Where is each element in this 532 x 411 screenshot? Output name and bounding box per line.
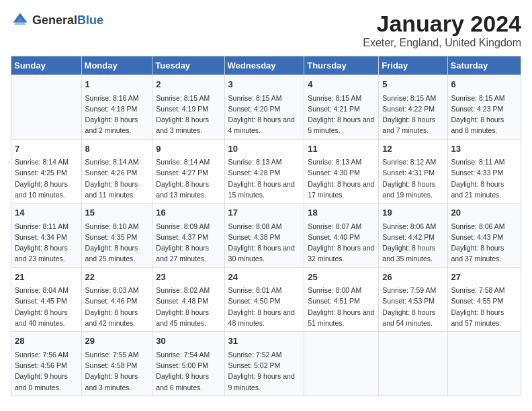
calendar-cell (447, 332, 521, 396)
col-header-thursday: Thursday (304, 56, 379, 75)
calendar-cell: 9Sunrise: 8:14 AMSunset: 4:27 PMDaylight… (152, 139, 224, 203)
day-number: 5 (382, 78, 443, 91)
col-header-tuesday: Tuesday (152, 56, 224, 75)
calendar-cell: 17Sunrise: 8:08 AMSunset: 4:38 PMDayligh… (224, 203, 304, 268)
col-header-saturday: Saturday (447, 56, 521, 75)
day-number: 3 (228, 78, 301, 91)
day-info: Sunrise: 8:06 AMSunset: 4:42 PMDaylight:… (382, 221, 443, 265)
day-number: 19 (382, 206, 443, 220)
week-row-2: 7Sunrise: 8:14 AMSunset: 4:25 PMDaylight… (11, 139, 521, 203)
calendar-cell: 26Sunrise: 7:59 AMSunset: 4:53 PMDayligh… (379, 267, 447, 332)
day-info: Sunrise: 7:55 AMSunset: 4:58 PMDaylight:… (85, 349, 149, 393)
day-number: 1 (85, 78, 149, 91)
week-row-5: 28Sunrise: 7:56 AMSunset: 4:56 PMDayligh… (11, 332, 521, 396)
logo: GeneralBlue (11, 11, 103, 30)
day-info: Sunrise: 7:54 AMSunset: 5:00 PMDaylight:… (156, 349, 220, 393)
header: GeneralBlue January 2024 Exeter, England… (11, 11, 521, 49)
month-title: January 2024 (363, 11, 521, 37)
day-info: Sunrise: 8:15 AMSunset: 4:21 PMDaylight:… (308, 93, 375, 136)
calendar-cell: 23Sunrise: 8:02 AMSunset: 4:48 PMDayligh… (152, 267, 224, 332)
day-info: Sunrise: 8:07 AMSunset: 4:40 PMDaylight:… (308, 221, 375, 265)
calendar-table: SundayMondayTuesdayWednesdayThursdayFrid… (11, 56, 521, 396)
day-number: 22 (85, 271, 149, 284)
day-number: 18 (308, 206, 375, 220)
day-number: 31 (228, 334, 301, 348)
day-info: Sunrise: 7:56 AMSunset: 4:56 PMDaylight:… (15, 349, 78, 393)
calendar-cell: 21Sunrise: 8:04 AMSunset: 4:45 PMDayligh… (11, 267, 82, 332)
day-number: 25 (308, 271, 375, 284)
day-number: 12 (382, 142, 443, 156)
day-info: Sunrise: 8:15 AMSunset: 4:22 PMDaylight:… (382, 93, 443, 136)
day-number: 4 (308, 78, 375, 91)
day-number: 9 (156, 142, 220, 156)
day-info: Sunrise: 7:59 AMSunset: 4:53 PMDaylight:… (382, 285, 443, 328)
week-row-4: 21Sunrise: 8:04 AMSunset: 4:45 PMDayligh… (11, 267, 521, 332)
day-number: 30 (156, 334, 220, 348)
calendar-cell: 30Sunrise: 7:54 AMSunset: 5:00 PMDayligh… (152, 332, 224, 396)
calendar-cell: 3Sunrise: 8:15 AMSunset: 4:20 PMDaylight… (224, 75, 304, 140)
day-info: Sunrise: 8:08 AMSunset: 4:38 PMDaylight:… (228, 221, 301, 265)
calendar-cell: 4Sunrise: 8:15 AMSunset: 4:21 PMDaylight… (304, 75, 379, 140)
day-info: Sunrise: 7:58 AMSunset: 4:55 PMDaylight:… (451, 285, 517, 328)
day-number: 21 (15, 271, 78, 284)
calendar-cell: 11Sunrise: 8:13 AMSunset: 4:30 PMDayligh… (304, 139, 379, 203)
day-info: Sunrise: 8:06 AMSunset: 4:43 PMDaylight:… (451, 221, 517, 265)
day-info: Sunrise: 8:12 AMSunset: 4:31 PMDaylight:… (382, 156, 443, 200)
col-header-wednesday: Wednesday (224, 56, 304, 75)
calendar-cell: 10Sunrise: 8:13 AMSunset: 4:28 PMDayligh… (224, 139, 304, 203)
day-number: 7 (15, 142, 78, 156)
day-number: 28 (15, 334, 78, 348)
calendar-cell: 28Sunrise: 7:56 AMSunset: 4:56 PMDayligh… (11, 332, 82, 396)
calendar-cell: 24Sunrise: 8:01 AMSunset: 4:50 PMDayligh… (224, 267, 304, 332)
day-number: 20 (451, 206, 517, 220)
day-number: 10 (228, 142, 301, 156)
calendar-cell: 1Sunrise: 8:16 AMSunset: 4:18 PMDaylight… (81, 75, 152, 140)
day-info: Sunrise: 8:15 AMSunset: 4:23 PMDaylight:… (451, 93, 517, 136)
day-number: 29 (85, 334, 149, 348)
calendar-cell: 18Sunrise: 8:07 AMSunset: 4:40 PMDayligh… (304, 203, 379, 268)
day-number: 23 (156, 271, 220, 284)
day-number: 6 (451, 78, 517, 91)
day-number: 11 (308, 142, 375, 156)
calendar-cell: 25Sunrise: 8:00 AMSunset: 4:51 PMDayligh… (304, 267, 379, 332)
calendar-cell: 29Sunrise: 7:55 AMSunset: 4:58 PMDayligh… (81, 332, 152, 396)
calendar-cell: 15Sunrise: 8:10 AMSunset: 4:35 PMDayligh… (81, 203, 152, 268)
day-info: Sunrise: 8:15 AMSunset: 4:20 PMDaylight:… (228, 93, 301, 136)
calendar-cell: 31Sunrise: 7:52 AMSunset: 5:02 PMDayligh… (224, 332, 304, 396)
day-info: Sunrise: 8:13 AMSunset: 4:30 PMDaylight:… (308, 156, 375, 200)
day-info: Sunrise: 8:04 AMSunset: 4:45 PMDaylight:… (15, 285, 78, 328)
calendar-cell: 13Sunrise: 8:11 AMSunset: 4:33 PMDayligh… (447, 139, 521, 203)
calendar-cell: 19Sunrise: 8:06 AMSunset: 4:42 PMDayligh… (379, 203, 447, 268)
calendar-cell: 12Sunrise: 8:12 AMSunset: 4:31 PMDayligh… (379, 139, 447, 203)
day-info: Sunrise: 8:14 AMSunset: 4:27 PMDaylight:… (156, 156, 220, 200)
calendar-cell: 8Sunrise: 8:14 AMSunset: 4:26 PMDaylight… (81, 139, 152, 203)
day-info: Sunrise: 8:10 AMSunset: 4:35 PMDaylight:… (85, 221, 149, 265)
day-info: Sunrise: 8:03 AMSunset: 4:46 PMDaylight:… (85, 285, 149, 328)
calendar-cell (379, 332, 447, 396)
day-info: Sunrise: 8:02 AMSunset: 4:48 PMDaylight:… (156, 285, 220, 328)
calendar-cell: 27Sunrise: 7:58 AMSunset: 4:55 PMDayligh… (447, 267, 521, 332)
col-header-sunday: Sunday (11, 56, 82, 75)
calendar-cell: 20Sunrise: 8:06 AMSunset: 4:43 PMDayligh… (447, 203, 521, 268)
col-header-friday: Friday (379, 56, 447, 75)
col-header-monday: Monday (81, 56, 152, 75)
day-number: 15 (85, 206, 149, 220)
day-info: Sunrise: 8:13 AMSunset: 4:28 PMDaylight:… (228, 156, 301, 200)
day-info: Sunrise: 8:09 AMSunset: 4:37 PMDaylight:… (156, 221, 220, 265)
day-info: Sunrise: 8:11 AMSunset: 4:33 PMDaylight:… (451, 156, 517, 200)
day-number: 8 (85, 142, 149, 156)
day-number: 26 (382, 271, 443, 284)
day-number: 24 (228, 271, 301, 284)
day-info: Sunrise: 8:16 AMSunset: 4:18 PMDaylight:… (85, 93, 149, 136)
logo-icon (11, 11, 30, 30)
calendar-cell: 5Sunrise: 8:15 AMSunset: 4:22 PMDaylight… (379, 75, 447, 140)
day-info: Sunrise: 8:00 AMSunset: 4:51 PMDaylight:… (308, 285, 375, 328)
day-info: Sunrise: 8:15 AMSunset: 4:19 PMDaylight:… (156, 93, 220, 136)
day-info: Sunrise: 8:01 AMSunset: 4:50 PMDaylight:… (228, 285, 301, 328)
day-number: 2 (156, 78, 220, 91)
day-info: Sunrise: 8:11 AMSunset: 4:34 PMDaylight:… (15, 221, 78, 265)
day-number: 16 (156, 206, 220, 220)
calendar-cell: 6Sunrise: 8:15 AMSunset: 4:23 PMDaylight… (447, 75, 521, 140)
week-row-3: 14Sunrise: 8:11 AMSunset: 4:34 PMDayligh… (11, 203, 521, 268)
calendar-cell (11, 75, 82, 140)
